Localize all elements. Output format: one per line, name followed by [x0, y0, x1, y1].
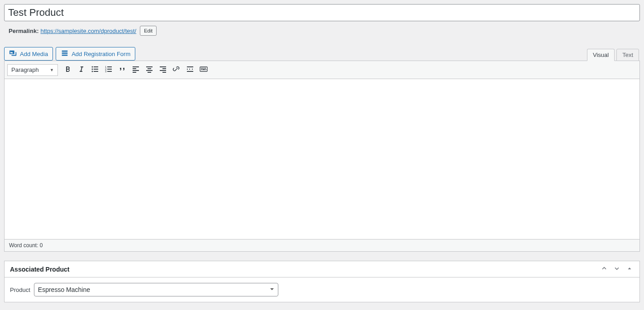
- format-select[interactable]: Paragraph ▼: [7, 64, 58, 76]
- svg-rect-30: [205, 68, 206, 69]
- bullet-list-button[interactable]: [89, 64, 101, 76]
- italic-button[interactable]: [75, 64, 88, 76]
- align-right-icon: [158, 65, 167, 75]
- svg-rect-12: [133, 66, 139, 67]
- svg-rect-21: [162, 68, 166, 69]
- add-registration-form-label: Add Registration Form: [72, 51, 130, 57]
- svg-rect-23: [162, 72, 166, 73]
- svg-point-4: [92, 71, 93, 72]
- svg-rect-11: [107, 71, 112, 72]
- align-left-icon: [131, 65, 140, 75]
- word-count-label: Word count:: [9, 242, 38, 249]
- form-icon: [61, 49, 69, 59]
- svg-rect-31: [201, 69, 202, 70]
- link-button[interactable]: [170, 64, 183, 76]
- editor-status-bar: Word count: 0: [4, 240, 640, 252]
- svg-rect-27: [201, 68, 202, 69]
- tab-visual[interactable]: Visual: [587, 49, 615, 61]
- bold-icon: [63, 65, 72, 75]
- product-field-label: Product: [10, 287, 30, 293]
- content-editor[interactable]: [4, 79, 640, 240]
- add-media-label: Add Media: [20, 51, 48, 57]
- italic-icon: [77, 65, 86, 75]
- svg-point-2: [92, 69, 93, 70]
- bullet-list-icon: [91, 65, 100, 75]
- link-icon: [172, 65, 181, 75]
- svg-rect-24: [187, 66, 193, 67]
- editor-toolbar: Paragraph ▼ 123: [4, 61, 640, 79]
- bold-button[interactable]: [62, 64, 74, 76]
- add-registration-form-button[interactable]: Add Registration Form: [56, 47, 135, 61]
- chevron-down-icon: [613, 265, 620, 273]
- post-title-input[interactable]: [4, 4, 640, 21]
- svg-rect-28: [202, 68, 203, 69]
- associated-product-box: Associated Product Product Espresso Mach…: [4, 261, 640, 302]
- svg-rect-17: [148, 68, 151, 69]
- numbered-list-icon: 123: [104, 65, 113, 75]
- align-left-button[interactable]: [129, 64, 142, 76]
- svg-text:3: 3: [105, 70, 107, 73]
- svg-rect-14: [133, 70, 139, 71]
- svg-rect-22: [160, 70, 166, 71]
- svg-rect-3: [94, 69, 98, 70]
- permalink-url[interactable]: https://samplesite.com/dproduct/test/: [40, 28, 136, 34]
- quote-icon: [118, 65, 127, 75]
- svg-rect-25: [187, 71, 193, 72]
- format-select-label: Paragraph: [11, 66, 39, 73]
- permalink-row: Permalink: https://samplesite.com/dprodu…: [4, 23, 640, 38]
- read-more-button[interactable]: [184, 64, 196, 76]
- align-center-button[interactable]: [143, 64, 156, 76]
- svg-rect-9: [107, 69, 112, 70]
- align-right-button[interactable]: [157, 64, 169, 76]
- media-icon: [9, 49, 17, 59]
- numbered-list-button[interactable]: 123: [102, 64, 115, 76]
- svg-rect-18: [146, 70, 153, 71]
- svg-rect-16: [146, 66, 153, 67]
- tab-text[interactable]: Text: [616, 49, 639, 61]
- svg-rect-19: [148, 72, 151, 73]
- svg-point-0: [92, 66, 93, 68]
- product-select[interactable]: Espresso Machine: [34, 283, 278, 296]
- permalink-edit-button[interactable]: Edit: [140, 26, 157, 36]
- svg-rect-29: [204, 68, 205, 69]
- add-media-button[interactable]: Add Media: [4, 47, 53, 61]
- svg-rect-7: [107, 66, 112, 67]
- svg-rect-13: [133, 68, 136, 69]
- svg-rect-1: [94, 66, 98, 67]
- move-up-button[interactable]: [600, 265, 609, 274]
- triangle-up-icon: [626, 265, 633, 273]
- toolbar-toggle-button[interactable]: [197, 64, 210, 76]
- chevron-down-icon: ▼: [50, 68, 54, 72]
- move-down-button[interactable]: [612, 265, 621, 274]
- keyboard-icon: [199, 65, 208, 75]
- align-center-icon: [145, 65, 154, 75]
- read-more-icon: [186, 65, 195, 75]
- chevron-up-icon: [601, 265, 608, 273]
- associated-product-title: Associated Product: [10, 266, 69, 273]
- svg-rect-15: [133, 72, 136, 73]
- word-count-value: 0: [40, 242, 43, 249]
- svg-rect-20: [160, 66, 166, 67]
- svg-rect-33: [205, 69, 206, 70]
- svg-rect-32: [202, 69, 205, 70]
- blockquote-button[interactable]: [116, 64, 129, 76]
- permalink-label: Permalink:: [9, 28, 38, 34]
- svg-rect-5: [94, 71, 98, 72]
- toggle-panel-button[interactable]: [625, 265, 634, 274]
